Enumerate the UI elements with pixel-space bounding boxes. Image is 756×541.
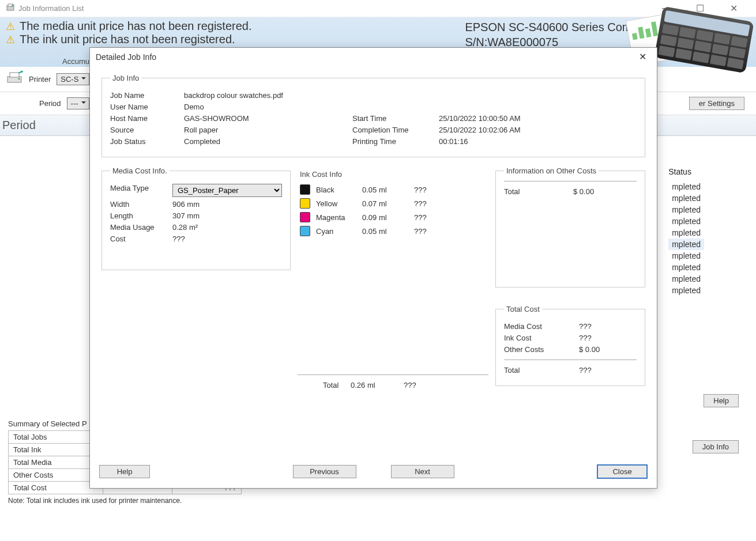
media-width-value: 906 mm	[172, 200, 200, 209]
ink-total-label: Total	[298, 381, 351, 389]
detailed-job-info-dialog: Detailed Job Info ✕ Job Info Job Namebac…	[89, 47, 657, 489]
job-info-legend: Job Info	[110, 74, 141, 82]
ink-row: Yellow0.07 ml???	[300, 198, 488, 209]
warning-text-2: The ink unit price has not been register…	[20, 33, 235, 46]
job-name-label: Job Name	[110, 91, 184, 100]
accumulate-label: Accumu	[62, 57, 89, 66]
user-name-value: Demo	[184, 103, 204, 111]
job-name-value: backdrop colour swatches.pdf	[184, 91, 283, 100]
media-length-label: Length	[110, 211, 172, 220]
ink-amount: 0.05 ml	[362, 227, 408, 236]
start-time-value: 25/10/2022 10:00:50 AM	[439, 114, 521, 123]
status-header: Status	[668, 167, 704, 176]
status-row[interactable]: mpleted	[668, 192, 704, 204]
status-row[interactable]: mpleted	[668, 262, 704, 273]
warning-text-1: The media unit price has not been regist…	[20, 20, 251, 33]
ink-total-cost: ???	[404, 381, 416, 389]
ink-swatch-icon	[300, 226, 310, 236]
other-costs-group: Information on Other Costs Total $ 0.00	[495, 167, 645, 287]
job-status-label: Job Status	[110, 137, 184, 146]
media-width-label: Width	[110, 200, 172, 209]
media-cost-label: Cost	[110, 234, 172, 243]
ink-swatch-icon	[300, 212, 310, 222]
ink-row: Cyan0.05 ml???	[300, 226, 488, 236]
close-button[interactable]: ✕	[723, 3, 744, 14]
ink-name: Magenta	[316, 213, 356, 222]
svg-point-4	[18, 78, 20, 80]
ink-cost-legend: Ink Cost Info	[298, 170, 488, 179]
tc-ink-label: Ink Cost	[504, 334, 579, 342]
app-icon	[6, 3, 15, 14]
printing-time-value: 00:01:16	[439, 137, 468, 146]
summary-row-label: Total Media	[9, 456, 103, 469]
printer-combo[interactable]: SC-S	[57, 73, 89, 85]
svg-rect-3	[10, 73, 19, 77]
media-cost-value: ???	[172, 234, 185, 243]
ink-name: Cyan	[316, 227, 356, 236]
status-row[interactable]: mpleted	[668, 204, 704, 215]
tc-media-value: ???	[579, 322, 592, 331]
ink-name: Yellow	[316, 199, 356, 208]
period-label: Period	[39, 99, 61, 108]
dialog-close-button[interactable]: Close	[597, 464, 648, 479]
status-row[interactable]: mpleted	[668, 273, 704, 285]
next-button[interactable]: Next	[391, 465, 454, 478]
ink-amount: 0.07 ml	[362, 199, 408, 208]
ink-row: Magenta0.09 ml???	[300, 212, 488, 222]
printer-label: Printer	[29, 75, 51, 84]
period-combo[interactable]: ---	[67, 97, 89, 109]
main-title: Job Information List	[18, 4, 84, 13]
other-costs-legend: Information on Other Costs	[504, 167, 599, 175]
total-cost-legend: Total Cost	[504, 305, 542, 313]
user-name-label: User Name	[110, 103, 184, 111]
job-info-button[interactable]: Job Info	[693, 440, 739, 453]
status-column: Status mpletedmpletedmpletedmpletedmplet…	[668, 167, 704, 296]
summary-row-label: Total Cost	[9, 482, 103, 494]
dialog-close-icon[interactable]: ✕	[634, 51, 651, 62]
other-total-label: Total	[504, 187, 573, 196]
job-status-value: Completed	[184, 137, 220, 146]
media-usage-value: 0.28 m²	[172, 223, 198, 232]
tc-other-value: $ 0.00	[579, 345, 600, 354]
media-cost-legend: Media Cost Info.	[110, 167, 170, 175]
dialog-help-button[interactable]: Help	[99, 465, 150, 478]
status-row[interactable]: mpleted	[668, 250, 704, 262]
ink-amount: 0.05 ml	[362, 186, 408, 194]
status-row[interactable]: mpleted	[668, 285, 704, 296]
dialog-title: Detailed Job Info	[96, 52, 156, 62]
summary-note: Note: Total ink includes ink used for pr…	[8, 497, 242, 505]
help-button[interactable]: Help	[704, 394, 739, 407]
summary-row-label: Total Ink	[9, 444, 103, 456]
tc-total-value: ???	[579, 366, 592, 374]
ink-cost: ???	[414, 186, 449, 194]
media-type-label: Media Type	[110, 184, 172, 197]
start-time-label: Start Time	[352, 114, 439, 123]
status-row[interactable]: mpleted	[668, 215, 704, 227]
status-row[interactable]: mpleted	[668, 239, 704, 250]
previous-button[interactable]: Previous	[293, 465, 356, 478]
ink-cost: ???	[414, 199, 449, 208]
completion-time-value: 25/10/2022 10:02:06 AM	[439, 126, 521, 134]
media-usage-label: Media Usage	[110, 223, 172, 232]
tc-media-label: Media Cost	[504, 322, 579, 331]
host-name-value: GAS-SHOWROOM	[184, 114, 249, 123]
other-total-value: $ 0.00	[573, 187, 594, 196]
host-name-label: Host Name	[110, 114, 184, 123]
ink-name: Black	[316, 186, 356, 194]
settings-button[interactable]: er Settings	[689, 97, 744, 110]
media-length-value: 307 mm	[172, 211, 200, 220]
ink-row: Black0.05 ml???	[300, 184, 488, 195]
media-type-select[interactable]: GS_Poster_Paper	[172, 184, 282, 197]
ink-amount: 0.09 ml	[362, 213, 408, 222]
total-cost-group: Total Cost Media Cost??? Ink Cost??? Oth…	[495, 305, 645, 386]
summary-row-label: Total Jobs	[9, 431, 103, 444]
tc-other-label: Other Costs	[504, 345, 579, 354]
job-info-group: Job Info Job Namebackdrop colour swatche…	[101, 74, 645, 157]
ink-cost: ???	[414, 227, 449, 236]
source-value: Roll paper	[184, 126, 218, 134]
status-row[interactable]: mpleted	[668, 181, 704, 192]
printer-icon	[6, 71, 23, 88]
warning-icon: ⚠	[6, 33, 15, 46]
ink-swatch-icon	[300, 184, 310, 195]
status-row[interactable]: mpleted	[668, 227, 704, 239]
